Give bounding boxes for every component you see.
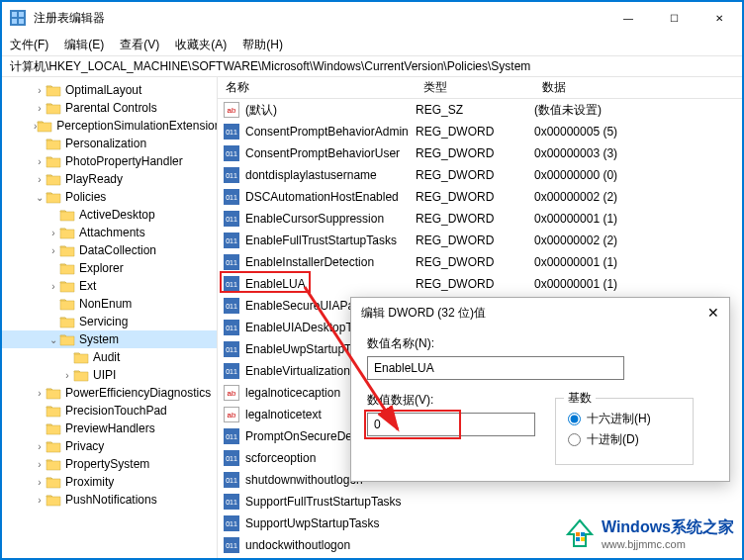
tree-item[interactable]: ›PushNotifications xyxy=(2,491,217,509)
svg-rect-2 xyxy=(19,12,24,17)
radix-dec-radio[interactable] xyxy=(568,433,581,446)
tree-item[interactable]: ›PerceptionSimulationExtensions xyxy=(2,117,217,135)
address-bar[interactable]: 计算机\HKEY_LOCAL_MACHINE\SOFTWARE\Microsof… xyxy=(2,55,742,77)
tree-item[interactable]: ›PropertySystem xyxy=(2,455,217,473)
tree-item[interactable]: Personalization xyxy=(2,135,217,152)
folder-icon xyxy=(46,154,61,168)
window-title: 注册表编辑器 xyxy=(34,10,605,27)
tree-view[interactable]: ›OptimalLayout›Parental Controls›Percept… xyxy=(2,77,218,558)
list-row[interactable]: 011EnableFullTrustStartupTasksREG_DWORD0… xyxy=(218,230,742,251)
expand-toggle[interactable]: › xyxy=(34,156,46,167)
column-data[interactable]: 数据 xyxy=(534,79,742,96)
expand-toggle[interactable]: › xyxy=(47,228,59,238)
list-row[interactable]: 011ConsentPromptBehaviorUserREG_DWORD0x0… xyxy=(218,142,742,164)
row-name: ConsentPromptBehaviorUser xyxy=(245,146,416,160)
tree-item-label: Proximity xyxy=(65,475,114,489)
folder-icon xyxy=(46,421,61,435)
expand-toggle[interactable]: › xyxy=(34,388,46,399)
tree-item[interactable]: PrecisionTouchPad xyxy=(2,402,217,420)
tree-item[interactable]: ⌄System xyxy=(2,330,217,348)
list-row[interactable]: 011EnableInstallerDetectionREG_DWORD0x00… xyxy=(218,251,742,273)
watermark: Windows系统之家 www.bjjmmc.com xyxy=(564,517,734,550)
tree-item-label: DataCollection xyxy=(79,243,156,257)
tree-item-label: System xyxy=(79,332,119,346)
tree-item[interactable]: ›Parental Controls xyxy=(2,99,217,117)
expand-toggle[interactable]: ⌄ xyxy=(34,192,46,203)
folder-icon xyxy=(46,493,61,507)
column-name[interactable]: 名称 xyxy=(218,79,416,96)
tree-item[interactable]: ›OptimalLayout xyxy=(2,81,217,99)
folder-icon xyxy=(59,279,75,293)
list-header: 名称 类型 数据 xyxy=(218,77,742,99)
list-row[interactable]: 011DSCAutomationHostEnabledREG_DWORD0x00… xyxy=(218,186,742,208)
value-name-input[interactable] xyxy=(367,356,624,380)
list-row[interactable]: 011EnableLUAREG_DWORD0x00000001 (1) xyxy=(218,273,742,295)
expand-toggle[interactable]: › xyxy=(47,245,59,256)
folder-icon xyxy=(46,404,61,418)
expand-toggle[interactable]: › xyxy=(34,174,46,185)
tree-item[interactable]: ›PlayReady xyxy=(2,170,217,188)
list-row[interactable]: 011dontdisplaylastusernameREG_DWORD0x000… xyxy=(218,164,742,186)
tree-item[interactable]: Audit xyxy=(2,348,217,366)
expand-toggle[interactable]: › xyxy=(34,495,46,506)
tree-item-label: Explorer xyxy=(79,261,124,275)
dialog-close-button[interactable]: ✕ xyxy=(707,305,719,321)
list-row[interactable]: 011EnableCursorSuppressionREG_DWORD0x000… xyxy=(218,208,742,230)
tree-item[interactable]: ›Proximity xyxy=(2,473,217,491)
radix-hex-radio[interactable] xyxy=(568,413,581,425)
row-data: 0x00000001 (1) xyxy=(534,255,742,269)
tree-item[interactable]: Servicing xyxy=(2,313,217,330)
tree-item[interactable]: NonEnum xyxy=(2,295,217,313)
radix-hex-option[interactable]: 十六进制(H) xyxy=(568,411,681,427)
tree-item[interactable]: ›UIPI xyxy=(2,366,217,384)
tree-item[interactable]: ›Privacy xyxy=(2,437,217,455)
folder-icon xyxy=(46,137,61,150)
tree-item[interactable]: ›PowerEfficiencyDiagnostics xyxy=(2,384,217,402)
menu-view[interactable]: 查看(V) xyxy=(120,37,159,53)
reg-string-icon: ab xyxy=(224,385,239,401)
value-data-input[interactable] xyxy=(367,413,535,436)
tree-item-label: ActiveDesktop xyxy=(79,208,155,222)
row-name: ConsentPromptBehaviorAdmin xyxy=(245,125,416,139)
expand-toggle[interactable]: › xyxy=(34,477,46,488)
reg-dword-icon: 011 xyxy=(224,450,239,466)
tree-item[interactable]: ›DataCollection xyxy=(2,241,217,259)
tree-item[interactable]: ›Attachments xyxy=(2,224,217,241)
watermark-brand: Windows系统之家 xyxy=(602,518,734,535)
expand-toggle[interactable]: › xyxy=(34,103,46,114)
column-type[interactable]: 类型 xyxy=(416,79,534,96)
close-button[interactable]: ✕ xyxy=(697,2,742,34)
reg-dword-icon: 011 xyxy=(224,537,239,553)
tree-item[interactable]: ›Ext xyxy=(2,277,217,295)
folder-icon xyxy=(59,297,75,311)
expand-toggle[interactable]: › xyxy=(61,370,73,381)
tree-item[interactable]: ›PhotoPropertyHandler xyxy=(2,152,217,170)
expand-toggle[interactable]: ⌄ xyxy=(47,334,59,345)
menu-help[interactable]: 帮助(H) xyxy=(242,37,283,53)
tree-item[interactable]: ActiveDesktop xyxy=(2,206,217,224)
list-row[interactable]: ab(默认)REG_SZ(数值未设置) xyxy=(218,99,742,121)
row-data: (数值未设置) xyxy=(534,102,742,119)
expand-toggle[interactable]: › xyxy=(47,281,59,292)
tree-item[interactable]: Explorer xyxy=(2,259,217,277)
list-row[interactable]: 011SupportFullTrustStartupTasks xyxy=(218,491,742,513)
maximize-button[interactable]: ☐ xyxy=(651,2,697,34)
tree-item-label: PropertySystem xyxy=(65,457,149,471)
svg-rect-3 xyxy=(12,19,17,24)
folder-icon xyxy=(46,172,61,186)
minimize-button[interactable]: — xyxy=(605,2,651,34)
tree-item[interactable]: PreviewHandlers xyxy=(2,420,217,437)
row-name: SupportUwpStartupTasks xyxy=(245,516,416,530)
tree-item[interactable]: ⌄Policies xyxy=(2,188,217,206)
list-row[interactable]: 011ConsentPromptBehaviorAdminREG_DWORD0x… xyxy=(218,121,742,142)
expand-toggle[interactable]: › xyxy=(34,441,46,452)
radix-legend: 基数 xyxy=(564,390,596,407)
radix-dec-option[interactable]: 十进制(D) xyxy=(568,431,681,448)
expand-toggle[interactable]: › xyxy=(34,459,46,470)
menu-favorites[interactable]: 收藏夹(A) xyxy=(175,37,227,53)
menu-file[interactable]: 文件(F) xyxy=(10,37,48,53)
row-type: REG_DWORD xyxy=(416,190,534,204)
svg-rect-6 xyxy=(576,532,580,536)
expand-toggle[interactable]: › xyxy=(34,85,46,96)
menu-edit[interactable]: 编辑(E) xyxy=(64,37,104,53)
